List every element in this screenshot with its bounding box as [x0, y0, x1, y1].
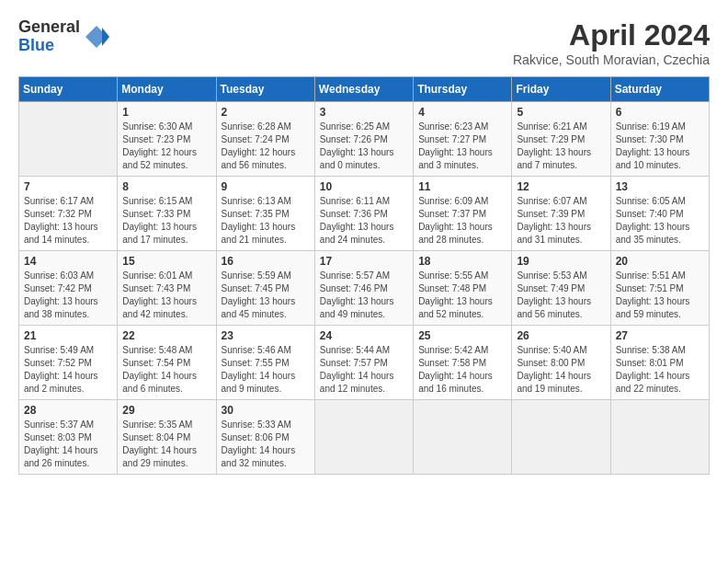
day-number: 6	[616, 106, 704, 119]
calendar-cell: 25Sunrise: 5:42 AM Sunset: 7:58 PM Dayli…	[414, 326, 512, 400]
day-number: 14	[24, 255, 112, 268]
logo: General Blue	[18, 18, 109, 55]
day-number: 13	[616, 180, 704, 193]
calendar-cell: 15Sunrise: 6:01 AM Sunset: 7:43 PM Dayli…	[118, 251, 216, 326]
day-info: Sunrise: 6:25 AM Sunset: 7:26 PM Dayligh…	[320, 121, 408, 172]
calendar-cell	[512, 400, 610, 475]
subtitle: Rakvice, South Moravian, Czechia	[513, 52, 710, 67]
day-number: 10	[320, 180, 408, 193]
calendar-cell: 23Sunrise: 5:46 AM Sunset: 7:55 PM Dayli…	[216, 326, 314, 400]
day-info: Sunrise: 5:40 AM Sunset: 8:00 PM Dayligh…	[517, 344, 605, 396]
day-info: Sunrise: 5:59 AM Sunset: 7:45 PM Dayligh…	[222, 270, 310, 321]
day-info: Sunrise: 5:57 AM Sunset: 7:46 PM Dayligh…	[320, 270, 408, 321]
calendar-cell: 8Sunrise: 6:15 AM Sunset: 7:33 PM Daylig…	[118, 177, 216, 251]
day-info: Sunrise: 6:11 AM Sunset: 7:36 PM Dayligh…	[320, 195, 408, 247]
calendar-cell: 22Sunrise: 5:48 AM Sunset: 7:54 PM Dayli…	[118, 326, 216, 400]
day-number: 11	[418, 180, 506, 193]
calendar-cell	[414, 400, 512, 475]
calendar-week-row: 28Sunrise: 5:37 AM Sunset: 8:03 PM Dayli…	[19, 400, 710, 475]
day-number: 18	[418, 255, 506, 268]
calendar-cell	[19, 102, 118, 177]
day-info: Sunrise: 6:30 AM Sunset: 7:23 PM Dayligh…	[122, 121, 210, 172]
calendar-cell: 4Sunrise: 6:23 AM Sunset: 7:27 PM Daylig…	[414, 102, 512, 177]
calendar-cell: 1Sunrise: 6:30 AM Sunset: 7:23 PM Daylig…	[118, 102, 216, 177]
calendar-cell: 30Sunrise: 5:33 AM Sunset: 8:06 PM Dayli…	[216, 400, 314, 475]
day-number: 21	[24, 329, 112, 342]
calendar-cell: 27Sunrise: 5:38 AM Sunset: 8:01 PM Dayli…	[610, 326, 709, 400]
day-number: 2	[222, 106, 310, 119]
page-header: General Blue April 2024 Rakvice, South M…	[18, 18, 710, 67]
day-info: Sunrise: 5:33 AM Sunset: 8:06 PM Dayligh…	[222, 419, 310, 470]
day-info: Sunrise: 6:19 AM Sunset: 7:30 PM Dayligh…	[616, 121, 704, 172]
calendar-cell: 18Sunrise: 5:55 AM Sunset: 7:48 PM Dayli…	[414, 251, 512, 326]
day-info: Sunrise: 5:49 AM Sunset: 7:52 PM Dayligh…	[24, 344, 112, 396]
calendar-header-row: SundayMondayTuesdayWednesdayThursdayFrid…	[19, 77, 710, 102]
day-number: 5	[517, 106, 605, 119]
day-number: 8	[122, 180, 210, 193]
day-number: 16	[222, 255, 310, 268]
calendar-cell: 19Sunrise: 5:53 AM Sunset: 7:49 PM Dayli…	[512, 251, 610, 326]
day-info: Sunrise: 5:55 AM Sunset: 7:48 PM Dayligh…	[418, 270, 506, 321]
day-number: 3	[320, 106, 408, 119]
day-info: Sunrise: 5:48 AM Sunset: 7:54 PM Dayligh…	[122, 344, 210, 396]
day-info: Sunrise: 6:13 AM Sunset: 7:35 PM Dayligh…	[222, 195, 310, 247]
calendar-cell: 24Sunrise: 5:44 AM Sunset: 7:57 PM Dayli…	[314, 326, 413, 400]
day-number: 30	[222, 404, 310, 417]
day-number: 26	[517, 329, 605, 342]
logo-icon	[84, 24, 109, 50]
calendar-header-wednesday: Wednesday	[314, 77, 413, 102]
calendar-cell: 12Sunrise: 6:07 AM Sunset: 7:39 PM Dayli…	[512, 177, 610, 251]
calendar-cell: 11Sunrise: 6:09 AM Sunset: 7:37 PM Dayli…	[414, 177, 512, 251]
day-number: 19	[517, 255, 605, 268]
calendar-week-row: 7Sunrise: 6:17 AM Sunset: 7:32 PM Daylig…	[19, 177, 710, 251]
day-info: Sunrise: 6:15 AM Sunset: 7:33 PM Dayligh…	[122, 195, 210, 247]
calendar-cell: 5Sunrise: 6:21 AM Sunset: 7:29 PM Daylig…	[512, 102, 610, 177]
calendar-cell	[314, 400, 413, 475]
calendar-cell: 14Sunrise: 6:03 AM Sunset: 7:42 PM Dayli…	[19, 251, 118, 326]
calendar-cell: 13Sunrise: 6:05 AM Sunset: 7:40 PM Dayli…	[610, 177, 709, 251]
calendar-header-tuesday: Tuesday	[216, 77, 314, 102]
day-number: 24	[320, 329, 408, 342]
logo-blue: Blue	[18, 37, 80, 55]
day-number: 9	[222, 180, 310, 193]
day-info: Sunrise: 6:03 AM Sunset: 7:42 PM Dayligh…	[24, 270, 112, 321]
calendar-table: SundayMondayTuesdayWednesdayThursdayFrid…	[18, 76, 710, 475]
calendar-header-monday: Monday	[118, 77, 216, 102]
calendar-header-saturday: Saturday	[610, 77, 709, 102]
day-info: Sunrise: 5:37 AM Sunset: 8:03 PM Dayligh…	[24, 419, 112, 470]
logo-text: General Blue	[18, 18, 80, 55]
day-number: 7	[24, 180, 112, 193]
day-number: 15	[122, 255, 210, 268]
day-info: Sunrise: 6:17 AM Sunset: 7:32 PM Dayligh…	[24, 195, 112, 247]
day-number: 17	[320, 255, 408, 268]
day-info: Sunrise: 6:23 AM Sunset: 7:27 PM Dayligh…	[418, 121, 506, 172]
day-info: Sunrise: 5:35 AM Sunset: 8:04 PM Dayligh…	[122, 419, 210, 470]
svg-marker-1	[102, 28, 109, 46]
calendar-week-row: 14Sunrise: 6:03 AM Sunset: 7:42 PM Dayli…	[19, 251, 710, 326]
day-info: Sunrise: 6:05 AM Sunset: 7:40 PM Dayligh…	[616, 195, 704, 247]
day-info: Sunrise: 6:28 AM Sunset: 7:24 PM Dayligh…	[222, 121, 310, 172]
calendar-cell: 2Sunrise: 6:28 AM Sunset: 7:24 PM Daylig…	[216, 102, 314, 177]
calendar-week-row: 21Sunrise: 5:49 AM Sunset: 7:52 PM Dayli…	[19, 326, 710, 400]
day-info: Sunrise: 6:09 AM Sunset: 7:37 PM Dayligh…	[418, 195, 506, 247]
main-title: April 2024	[513, 18, 710, 52]
day-number: 29	[122, 404, 210, 417]
calendar-cell: 20Sunrise: 5:51 AM Sunset: 7:51 PM Dayli…	[610, 251, 709, 326]
title-block: April 2024 Rakvice, South Moravian, Czec…	[513, 18, 710, 67]
day-info: Sunrise: 6:21 AM Sunset: 7:29 PM Dayligh…	[517, 121, 605, 172]
day-number: 12	[517, 180, 605, 193]
calendar-cell: 9Sunrise: 6:13 AM Sunset: 7:35 PM Daylig…	[216, 177, 314, 251]
calendar-header-friday: Friday	[512, 77, 610, 102]
day-number: 22	[122, 329, 210, 342]
day-number: 1	[122, 106, 210, 119]
calendar-cell: 28Sunrise: 5:37 AM Sunset: 8:03 PM Dayli…	[19, 400, 118, 475]
calendar-cell: 3Sunrise: 6:25 AM Sunset: 7:26 PM Daylig…	[314, 102, 413, 177]
day-info: Sunrise: 5:51 AM Sunset: 7:51 PM Dayligh…	[616, 270, 704, 321]
calendar-header-sunday: Sunday	[19, 77, 118, 102]
day-number: 25	[418, 329, 506, 342]
day-number: 28	[24, 404, 112, 417]
calendar-cell: 17Sunrise: 5:57 AM Sunset: 7:46 PM Dayli…	[314, 251, 413, 326]
calendar-cell: 29Sunrise: 5:35 AM Sunset: 8:04 PM Dayli…	[118, 400, 216, 475]
calendar-cell	[610, 400, 709, 475]
day-number: 23	[222, 329, 310, 342]
